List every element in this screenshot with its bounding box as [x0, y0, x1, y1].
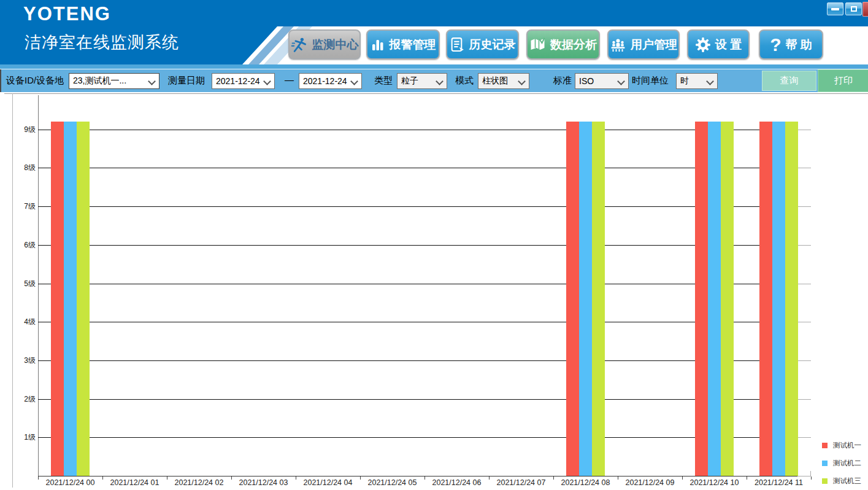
legend-label: 测试机二 — [833, 459, 861, 468]
x-axis-label: 2021/12/24 06 — [423, 478, 491, 487]
y-axis-label: 5级 — [7, 279, 36, 289]
x-axis-label: 2021/12/24 08 — [552, 478, 620, 487]
legend-swatch — [822, 443, 828, 448]
chevron-down-icon — [518, 77, 526, 85]
x-axis-line — [38, 476, 797, 476]
nav-alarm-management[interactable]: 报警管理 — [366, 29, 440, 60]
x-axis-label: 2021/12/24 01 — [101, 478, 169, 487]
minimize-button[interactable] — [827, 2, 843, 15]
device-select[interactable]: 23,测试机一... — [69, 73, 159, 89]
bar — [592, 122, 605, 476]
date-from-select[interactable]: 2021-12-24 — [212, 73, 275, 89]
bar — [566, 122, 579, 476]
gridline — [38, 360, 797, 361]
nav-label: 监测中心 — [312, 37, 359, 53]
bar — [708, 122, 721, 476]
legend-label: 测试机三 — [833, 476, 861, 486]
gridline-right-tick — [797, 206, 811, 207]
chart-panel: 1级2级3级4级5级6级7级8级9级2021/12/24 002021/12/2… — [0, 92, 868, 490]
gridline-right-tick — [797, 322, 811, 322]
legend-item: 测试机三 — [822, 476, 861, 486]
maximize-icon — [851, 6, 857, 12]
standard-label: 标准 — [553, 75, 572, 87]
gridline — [38, 130, 797, 130]
bar — [51, 122, 64, 476]
bar-chart: 1级2级3级4级5级6级7级8级9级2021/12/24 002021/12/2… — [0, 92, 868, 490]
brand-title: YOTENG — [23, 3, 111, 25]
date-to-select[interactable]: 2021-12-24 — [299, 73, 362, 89]
gridline — [38, 206, 797, 207]
nav-monitor-center[interactable]: 监测中心 — [288, 29, 361, 60]
x-axis-label: 2021/12/24 00 — [37, 478, 104, 487]
bar — [785, 122, 798, 476]
device-label: 设备ID/设备地 — [6, 75, 64, 87]
nav-label: 报警管理 — [390, 37, 436, 53]
print-button[interactable]: 打印 — [818, 69, 868, 92]
gridline-right-tick — [797, 168, 811, 168]
nav-user-management[interactable]: 用户管理 — [607, 29, 680, 60]
maximize-button[interactable] — [845, 2, 862, 15]
gridline — [38, 168, 797, 168]
device-select-value: 23,测试机一... — [73, 76, 126, 87]
y-axis-label: 2级 — [7, 394, 36, 405]
nav-history-records[interactable]: 历史记录 — [446, 29, 519, 60]
type-label: 类型 — [374, 75, 393, 87]
nav-label: 帮 助 — [786, 37, 812, 53]
question-icon: ? — [770, 36, 781, 54]
nav-label: 数据分析 — [550, 37, 597, 53]
nav-data-analysis[interactable]: 数据分析 — [526, 29, 600, 60]
type-select[interactable]: 粒子 — [397, 73, 447, 89]
bar — [759, 122, 772, 476]
close-button[interactable] — [862, 2, 868, 17]
gridline-right-tick — [797, 130, 811, 130]
type-select-value: 粒子 — [401, 76, 418, 87]
chevron-down-icon — [148, 77, 156, 85]
date-from-value: 2021-12-24 — [216, 76, 260, 86]
standard-select[interactable]: ISO — [575, 73, 629, 89]
time-unit-select-value: 时 — [680, 76, 689, 87]
nav-label: 用户管理 — [631, 37, 677, 53]
document-icon — [450, 37, 465, 52]
bar — [721, 122, 734, 476]
x-axis-label: 2021/12/24 11 — [745, 478, 813, 487]
date-range-separator: — — [285, 74, 294, 85]
standard-select-value: ISO — [579, 76, 594, 86]
gridline — [38, 437, 797, 438]
y-axis-label: 1级 — [7, 432, 36, 443]
gridline-right-tick — [797, 360, 811, 361]
date-to-value: 2021-12-24 — [303, 76, 347, 86]
gridline — [38, 322, 797, 322]
x-axis-line-right — [797, 476, 811, 476]
time-unit-select[interactable]: 时 — [676, 73, 718, 89]
chevron-down-icon — [350, 77, 358, 85]
y-axis-label: 6级 — [7, 240, 36, 251]
legend-label: 测试机一 — [833, 441, 861, 450]
x-axis-label: 2021/12/24 02 — [166, 478, 233, 487]
legend-item: 测试机二 — [822, 459, 861, 468]
bar — [77, 122, 90, 476]
runner-icon — [291, 36, 308, 53]
app-title: 洁净室在线监测系统 — [25, 31, 179, 53]
x-axis-label: 2021/12/24 07 — [488, 478, 555, 487]
bar — [64, 122, 77, 476]
minimize-icon — [831, 8, 839, 10]
users-icon — [610, 37, 626, 53]
bar-chart-icon — [371, 37, 385, 52]
bar — [772, 122, 785, 476]
nav-settings[interactable]: 设 置 — [687, 29, 750, 60]
y-axis-label: 7级 — [7, 201, 36, 212]
chevron-down-icon — [263, 77, 271, 85]
x-axis-label: 2021/12/24 09 — [616, 478, 684, 487]
mode-select[interactable]: 柱状图 — [478, 73, 529, 89]
mode-label: 模式 — [455, 75, 474, 87]
nav-help[interactable]: ? 帮 助 — [759, 29, 823, 60]
header-top-band — [0, 0, 868, 26]
x-axis-label: 2021/12/24 03 — [230, 478, 298, 487]
x-axis-label: 2021/12/24 05 — [359, 478, 426, 487]
app-header: YOTENG 洁净室在线监测系统 监测中心 报警管理 历史记录 — [0, 0, 868, 64]
gridline-right-tick — [797, 245, 811, 246]
query-button[interactable]: 查询 — [762, 71, 816, 91]
gridline-right-tick — [797, 399, 811, 400]
gridline — [38, 284, 797, 284]
subnav-strip — [0, 64, 868, 69]
